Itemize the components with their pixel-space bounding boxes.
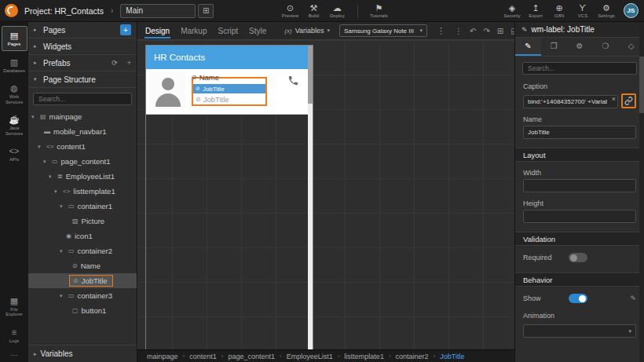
device-options-menu-icon[interactable]: ⋮	[437, 26, 445, 36]
tree-item-content1[interactable]: ▾ <> content1	[28, 139, 137, 154]
breadcrumb-item[interactable]: page_content1	[228, 353, 275, 360]
tab-properties[interactable]: ✎	[515, 38, 541, 56]
properties-scrollbar[interactable]	[639, 22, 644, 362]
variables-dropdown[interactable]: (x) Variables ▾	[284, 27, 330, 35]
properties-scrollbar-thumb[interactable]	[639, 57, 644, 113]
redo-icon[interactable]: ↷	[483, 27, 489, 35]
bind-property-button[interactable]	[621, 93, 636, 108]
settings-button[interactable]: ⚙ Settings	[595, 3, 618, 18]
employee-picture-placeholder[interactable]	[149, 72, 186, 109]
tab-design[interactable]: Design	[145, 24, 170, 38]
breadcrumb-item[interactable]: EmployeeList1	[287, 353, 333, 360]
rail-item-pages[interactable]: ▤ Pages	[2, 26, 27, 51]
caret-down-icon[interactable]: ▾	[31, 114, 37, 120]
build-button[interactable]: ⚒ Build	[302, 3, 325, 18]
user-avatar[interactable]: JS	[624, 3, 639, 18]
chevron-right-icon: ›	[183, 353, 185, 360]
behavior-section-header[interactable]: Behavior	[515, 272, 644, 287]
layout-section-header[interactable]: Layout	[515, 148, 644, 162]
breadcrumb-item[interactable]: listtemplate1	[344, 353, 384, 360]
section-variables[interactable]: ▸ Variables	[28, 345, 137, 362]
section-page-structure[interactable]: ▾ Page Structure	[28, 71, 137, 88]
tab-events[interactable]: ❍	[592, 38, 618, 56]
tree-item-page-content1[interactable]: ▾ ▭ page_content1	[28, 154, 137, 169]
i18n-button[interactable]: ⊕ I18N	[547, 3, 571, 18]
tree-item-listtemplate1[interactable]: ▾ <> listtemplate1	[28, 184, 137, 199]
page-switcher-button[interactable]: ⊞	[198, 4, 214, 18]
phone-scrollbar-thumb[interactable]	[308, 46, 313, 104]
phone-page-header[interactable]: HR Contacts	[146, 46, 308, 69]
undo-icon[interactable]: ↶	[470, 27, 476, 35]
tree-item-employeelist1[interactable]: ▾ ≣ EmployeeList1	[28, 169, 137, 184]
jobtitle-label-widget[interactable]: ⊘ JobTitle	[193, 93, 265, 104]
canvas-grid-area[interactable]: HR Contacts ⊘ Name ⊘ JobTitle	[137, 40, 514, 349]
tree-item-picture[interactable]: ▨ Picture	[28, 214, 137, 229]
deploy-button[interactable]: ☁ Deploy	[325, 3, 349, 18]
phone-scrollbar[interactable]	[308, 46, 313, 349]
section-widgets[interactable]: ▸ Widgets	[28, 38, 137, 55]
tree-item-jobtitle-selected[interactable]: ⊘ JobTitle	[28, 273, 137, 288]
show-toggle[interactable]	[569, 294, 587, 303]
security-button[interactable]: ◈ Security	[500, 3, 524, 18]
settings-icon: ⚙	[602, 3, 610, 13]
animation-select[interactable]: ▾	[523, 324, 636, 338]
tree-item-icon1[interactable]: ◉ icon1	[28, 229, 137, 243]
grid-toggle-icon[interactable]: ⊞	[497, 27, 503, 35]
tree-item-container2[interactable]: ▾ ▭ container2	[28, 243, 137, 258]
rail-more-button[interactable]: ⋯	[10, 349, 18, 362]
rail-item-file-explorer[interactable]: ▦ File Explorer	[2, 291, 27, 321]
breadcrumb-item[interactable]: container2	[396, 353, 429, 360]
add-page-button[interactable]: +	[120, 24, 131, 35]
tab-style[interactable]: Style	[248, 24, 267, 38]
caret-down-icon[interactable]: ▾	[49, 174, 54, 180]
tutorials-button[interactable]: ⚑ Tutorials	[367, 3, 390, 18]
tree-item-container3[interactable]: ▾ ▭ container3	[28, 288, 137, 303]
vcs-button[interactable]: Ƴ VCS	[571, 3, 595, 18]
call-button[interactable]	[287, 72, 305, 111]
properties-search-input[interactable]	[522, 62, 637, 75]
tree-item-name[interactable]: ⊘ Name	[28, 258, 137, 273]
tab-markup[interactable]: Markup	[180, 24, 207, 38]
tab-advanced[interactable]: ⚙	[567, 38, 593, 56]
breadcrumb-item-active[interactable]: JobTitle	[440, 353, 464, 360]
caret-down-icon[interactable]: ▾	[54, 188, 60, 195]
refresh-prefabs-icon[interactable]: ⟳	[112, 59, 118, 67]
employee-list-item[interactable]: ⊘ Name ⊘ JobTitle ⊘ JobTitle	[146, 69, 308, 115]
tab-script[interactable]: Script	[218, 24, 240, 38]
breadcrumb-item[interactable]: content1	[189, 353, 217, 360]
page-structure-search-input[interactable]	[33, 93, 132, 105]
section-prefabs[interactable]: ▸ Prefabs ⟳ +	[28, 55, 137, 71]
rail-item-java-services[interactable]: ☕ Java Services	[2, 110, 27, 140]
caret-down-icon[interactable]: ▾	[60, 248, 65, 254]
width-input[interactable]	[523, 179, 636, 192]
tab-styles[interactable]: ❒	[541, 38, 567, 56]
canvas-more-menu-icon[interactable]: ⋮	[455, 27, 463, 35]
caption-input[interactable]	[523, 95, 618, 108]
tree-item-mainpage[interactable]: ▾ ▤ mainpage	[28, 109, 137, 124]
validation-section-header[interactable]: Validation	[515, 232, 644, 246]
rail-item-web-services[interactable]: ◍ Web Services	[2, 79, 27, 108]
clear-binding-icon[interactable]: ×	[612, 95, 616, 103]
tree-item-button1[interactable]: ▢ button1	[28, 303, 137, 318]
bind-show-icon[interactable]: ✎	[630, 294, 636, 302]
rail-item-databases[interactable]: ▥ Databases	[2, 53, 27, 78]
height-input[interactable]	[523, 210, 636, 223]
name-input[interactable]	[523, 126, 636, 139]
caret-down-icon[interactable]: ▾	[43, 159, 49, 165]
device-selector[interactable]: Samsung Galaxy Note III ▾	[339, 24, 427, 37]
main-page-tab[interactable]: Main	[120, 4, 196, 18]
export-button[interactable]: ↥ Export	[524, 3, 547, 18]
jobtitle-widget-selected[interactable]: ⊘ JobTitle	[193, 84, 265, 93]
tree-item-container1[interactable]: ▾ ▭ container1	[28, 199, 137, 214]
breadcrumb-item[interactable]: mainpage	[147, 353, 178, 360]
caret-down-icon[interactable]: ▾	[60, 203, 65, 210]
rail-item-apis[interactable]: <> APIs	[2, 141, 27, 166]
tree-item-mobile-navbar1[interactable]: ▬ mobile_navbar1	[28, 124, 137, 139]
rail-item-logs[interactable]: ≡ Logs	[2, 323, 27, 348]
add-prefab-icon[interactable]: +	[127, 59, 131, 67]
caret-down-icon[interactable]: ▾	[60, 293, 65, 299]
required-toggle[interactable]	[569, 253, 587, 262]
caret-down-icon[interactable]: ▾	[38, 144, 43, 150]
section-pages[interactable]: ▸ Pages +	[28, 22, 137, 38]
preview-button[interactable]: ⊙ Preview	[278, 3, 302, 18]
